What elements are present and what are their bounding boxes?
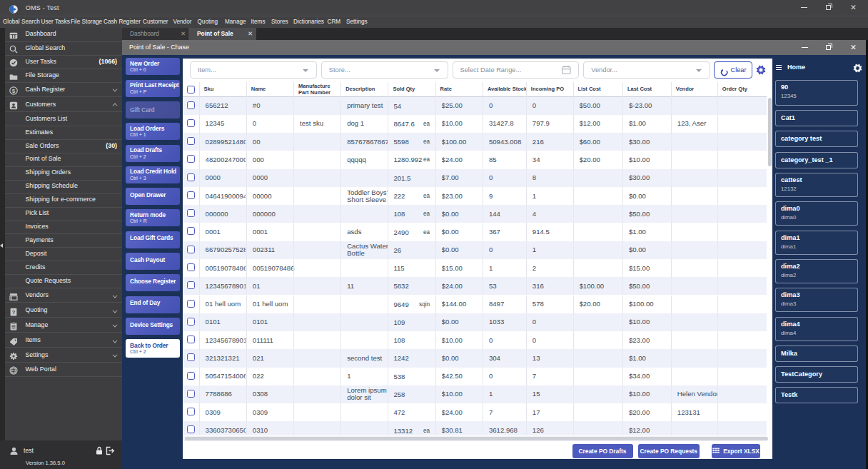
svg-text:?: ? [12, 308, 16, 315]
svg-text:$: $ [12, 88, 16, 94]
